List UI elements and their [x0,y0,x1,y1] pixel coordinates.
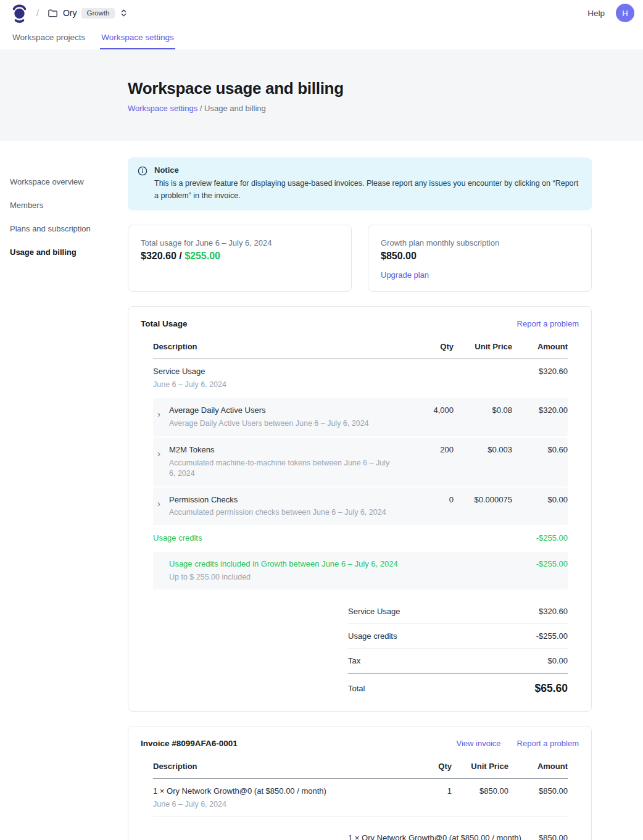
invoice-totals: 1 × Ory Network Growth@0 (at $850.00 / m… [348,826,568,840]
breadcrumb-link-workspace-settings[interactable]: Workspace settings [128,104,197,113]
page-title: Workspace usage and billing [128,79,643,98]
row-description: ›Average Daily Active UsersAverage Daily… [153,405,404,429]
usage-table-row: ›Permission ChecksAccumulated permission… [153,488,568,526]
row-amount: -$255.00 [512,533,568,543]
expand-chevron-icon[interactable]: › [157,409,160,418]
column-header-qty: Qty [404,342,454,351]
invoice-table-row: 1 × Ory Network Growth@0 (at $850.00 / m… [153,779,568,817]
row-subtitle: Up to $ 255.00 included [169,572,398,583]
row-description: Usage credits included in Growth between… [153,559,404,583]
row-unit: $0.000075 [454,494,512,504]
expand-chevron-icon[interactable]: › [157,449,160,458]
usage-table-row: ›M2M TokensAccumulated machine-to-machin… [153,438,568,488]
column-header-qty: Qty [393,762,452,771]
usage-totals: Service Usage$320.60Usage credits-$255.0… [348,599,568,696]
totals-row: 1 × Ory Network Growth@0 (at $850.00 / m… [348,826,568,840]
row-amount: $850.00 [508,786,568,796]
sidebar-item-usage-and-billing[interactable]: Usage and billing [10,244,121,260]
total-usage-card: Total usage for June 6 – July 6, 2024 $3… [128,225,352,292]
usage-credit-value: $255.00 [185,251,220,261]
topbar-separator: / [36,8,39,18]
row-subtitle: Accumulated permission checks between Ju… [169,507,398,518]
row-qty: 0 [404,494,454,504]
row-qty [404,559,454,559]
column-header-amount: Amount [512,342,568,351]
totals-label: Tax [348,656,360,665]
row-subtitle: June 6 – July 6, 2024 [153,380,398,391]
subscription-label: Growth plan monthly subscription [381,238,579,247]
row-name: Average Daily Active Users [169,405,398,417]
report-problem-link[interactable]: Report a problem [517,319,579,328]
row-subtitle: June 6 – July 6, 2024 [153,799,387,810]
usage-invoice-card: Total Usage Report a problem Description… [128,306,592,712]
column-header-unit-price: Unit Price [454,342,512,351]
workspace-switcher[interactable]: Ory Growth [48,8,128,19]
usage-table-row: ›Average Daily Active UsersAverage Daily… [153,398,568,437]
row-unit [454,366,512,367]
usage-table-body: Service UsageJune 6 – July 6, 2024$320.6… [153,359,568,591]
row-name: Permission Checks [169,494,398,506]
row-subtitle: Accumulated machine-to-machine tokens be… [169,458,398,480]
invoice-report-problem-link[interactable]: Report a problem [517,739,579,748]
grand-total-row: Total$65.60 [348,673,568,696]
row-amount: $320.60 [512,366,568,376]
notice-title: Notice [154,165,580,175]
column-header-amount: Amount [508,762,568,771]
expand-chevron-icon[interactable]: › [157,499,160,508]
totals-value: $850.00 [539,833,568,840]
row-amount: -$255.00 [512,559,568,568]
usage-table-row: Usage credits included in Growth between… [153,552,568,591]
view-invoice-link[interactable]: View invoice [457,739,501,748]
row-unit [454,559,512,559]
hero: Workspace usage and billing Workspace se… [0,49,643,141]
row-unit: $850.00 [452,786,508,796]
totals-row: Service Usage$320.60 [348,599,568,624]
row-name: Usage credits included in Growth between… [169,559,398,570]
row-description: ›M2M TokensAccumulated machine-to-machin… [153,444,404,480]
tabbar: Workspace projects Workspace settings [0,26,643,49]
tab-workspace-projects[interactable]: Workspace projects [11,26,86,49]
totals-value: -$255.00 [536,631,568,641]
row-name: M2M Tokens [169,444,398,456]
invoice-card: Invoice #8099AFA6-0001 View invoice Repo… [128,726,592,840]
chevron-updown-icon [120,9,128,17]
ory-logo-icon[interactable] [11,3,28,23]
totals-value: $0.00 [547,656,568,665]
breadcrumb: Workspace settings / Usage and billing [128,104,643,113]
breadcrumb-current: Usage and billing [204,104,266,113]
row-unit: $0.08 [454,405,512,415]
totals-label: 1 × Ory Network Growth@0 (at $850.00 / m… [348,833,521,840]
help-link[interactable]: Help [587,9,605,18]
upgrade-plan-link[interactable]: Upgrade plan [381,270,429,280]
row-unit [454,533,512,533]
sidebar-item-members[interactable]: Members [10,198,121,213]
usage-table-row: Service UsageJune 6 – July 6, 2024$320.6… [153,359,568,398]
invoice-table-header: DescriptionQtyUnit PriceAmount [153,758,568,779]
sidebar-item-plans-and-subscription[interactable]: Plans and subscription [10,221,121,236]
row-qty: 4,000 [404,405,454,415]
usage-card-title: Total Usage [141,319,188,328]
row-name: Service Usage [153,366,398,378]
avatar[interactable]: H [616,4,634,22]
totals-label: Usage credits [348,631,397,641]
column-header-description: Description [153,762,393,771]
row-name: Usage credits [153,533,398,544]
subscription-value: $850.00 [381,251,579,262]
row-qty: 200 [404,444,454,454]
usage-table-header: DescriptionQtyUnit PriceAmount [153,338,568,359]
workspace-plan-badge: Growth [81,8,114,19]
total-usage-label: Total usage for June 6 – July 6, 2024 [141,238,339,247]
row-qty [404,366,454,367]
row-amount: $0.00 [512,494,568,504]
sidebar-item-workspace-overview[interactable]: Workspace overview [10,174,121,189]
subscription-card: Growth plan monthly subscription $850.00… [368,225,592,292]
tab-workspace-settings[interactable]: Workspace settings [100,26,175,49]
row-qty: 1 [393,786,452,796]
row-amount: $0.60 [512,444,568,454]
row-description: ›Permission ChecksAccumulated permission… [153,494,404,518]
totals-value: $320.60 [539,607,568,616]
usage-table-row: Usage credits-$255.00 [153,526,568,552]
column-header-unit-price: Unit Price [452,762,508,771]
row-unit: $0.003 [454,444,512,454]
workspace-name: Ory [63,8,77,18]
